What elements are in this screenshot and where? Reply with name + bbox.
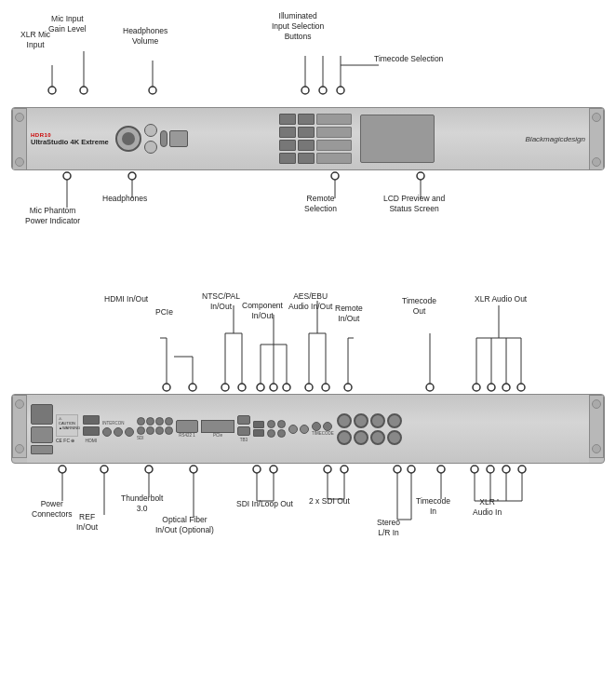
xlr-back-4	[387, 413, 402, 428]
front-top-annotations: XLR Mic Input Mic Input Gain Level Headp…	[11, 9, 605, 107]
btn-r1c1[interactable]	[279, 114, 296, 125]
db9-label: RS422 1	[176, 433, 198, 438]
brand-area: HDR10 UltraStudio 4K Extreme	[31, 132, 109, 146]
rack-ear-left	[12, 108, 27, 170]
sdi-row	[137, 417, 173, 426]
intercon-label: INTERCON	[102, 421, 134, 426]
svg-point-41	[305, 384, 313, 391]
rack-hole-br	[592, 157, 601, 167]
button-grid	[279, 114, 352, 164]
svg-point-13	[63, 172, 71, 180]
sdi-loop-label: SDI In/Loop Out	[236, 499, 293, 509]
sdi-6	[146, 426, 154, 435]
svg-point-85	[437, 466, 445, 473]
svg-point-91	[502, 466, 510, 473]
aes-area	[267, 420, 286, 438]
aes-3	[267, 429, 275, 438]
btn-wide-4[interactable]	[316, 153, 352, 164]
btn-r2c2[interactable]	[298, 127, 315, 138]
power-conn-1	[31, 404, 53, 425]
btn-r2c1[interactable]	[279, 127, 296, 138]
illuminated-label: Illuminated Input Selection Buttons	[272, 11, 324, 42]
front-bottom-svg	[11, 170, 605, 259]
bnc-3	[125, 427, 134, 437]
xlr-inner	[122, 132, 135, 145]
svg-point-87	[471, 466, 478, 473]
rack-hole-bl	[15, 157, 24, 167]
front-panel-device: HDR10 UltraStudio 4K Extreme	[11, 107, 605, 170]
fiber-2	[253, 429, 264, 437]
component-label: ComponentIn/Out	[242, 301, 283, 321]
stereo-r	[300, 425, 309, 434]
back-rack-ear-right	[589, 395, 604, 458]
svg-point-82	[408, 466, 415, 473]
headphones-vol-label: Headphones Volume	[123, 26, 167, 47]
sdi-7	[155, 426, 164, 435]
pcie-back-label: PCIe	[201, 433, 234, 438]
knob-2	[144, 141, 157, 154]
tb-2	[237, 426, 250, 436]
bnc-1	[102, 427, 112, 437]
remote-inout-label: RemoteIn/Out	[335, 304, 363, 324]
lcd-preview-label: LCD Preview and Status Screen	[383, 194, 445, 214]
power-section	[31, 404, 53, 454]
svg-point-70	[253, 466, 261, 473]
back-bottom-svg	[11, 464, 605, 557]
xlr-back-8	[387, 430, 402, 445]
warning-label: ⚠ CAUTION▲WARNING	[56, 414, 78, 437]
hdmi-label-back: HDMI	[83, 438, 100, 443]
front-panel-strip: HDR10 UltraStudio 4K Extreme	[27, 108, 589, 169]
svg-point-1	[48, 87, 56, 94]
svg-point-72	[270, 466, 277, 473]
tc-1	[312, 422, 321, 431]
svg-point-43	[322, 384, 329, 391]
svg-point-54	[488, 384, 495, 391]
btn-r3c1[interactable]	[279, 140, 296, 151]
power-conn-3	[31, 445, 53, 454]
btn-wide-2[interactable]	[316, 127, 352, 138]
aes-2	[277, 420, 286, 428]
xlr-audio-out-label: XLR Audio Out	[475, 294, 527, 304]
back-top-annotations: HDMI In/Out PCIe NTSC/PALIn/Out Componen…	[11, 287, 605, 394]
model-name: UltraStudio 4K Extreme	[31, 138, 109, 146]
btn-r3c2[interactable]	[298, 140, 315, 151]
mic-phantom-label: Mic Phantom Power Indicator	[25, 206, 80, 226]
remote-selection-label: Remote Selection	[304, 194, 337, 214]
back-hole-br	[592, 444, 601, 453]
stereo-lr-label: StereoL/R In	[377, 518, 400, 538]
hp-jack	[160, 130, 167, 147]
svg-point-5	[149, 87, 156, 94]
db9-conn	[176, 420, 198, 433]
bnc-row-1	[102, 427, 134, 437]
svg-point-68	[190, 466, 197, 473]
hdmi-2	[83, 426, 100, 436]
sdi-1	[137, 417, 145, 426]
tb-1	[237, 415, 250, 425]
xlr-back-5	[337, 430, 352, 445]
fiber-area	[253, 421, 264, 437]
svg-point-9	[319, 87, 327, 94]
db9-area: RS422 1	[176, 420, 198, 438]
power-conn-2	[31, 426, 53, 443]
back-hole-tr	[592, 399, 601, 409]
timecode-sel-label: Timecode Selection	[374, 54, 443, 64]
btn-r4c2[interactable]	[298, 153, 315, 164]
svg-point-77	[341, 466, 348, 473]
svg-point-50	[426, 384, 434, 391]
xlr-circle	[115, 126, 141, 152]
sdi-area: SDI	[137, 417, 173, 440]
svg-point-80	[394, 466, 401, 473]
hdmi-1	[83, 415, 100, 425]
pcie-label: PCIe	[155, 307, 173, 317]
ref-inout-label: REFIn/Out	[76, 512, 98, 533]
btn-wide-1[interactable]	[316, 114, 352, 125]
xlr-back-7	[370, 430, 385, 445]
xlr-front-conn	[115, 126, 141, 152]
btn-r4c1[interactable]	[279, 153, 296, 164]
front-bottom-annotations: Headphones Remote Selection LCD Preview …	[11, 170, 605, 259]
svg-point-11	[337, 87, 344, 94]
btn-wide-3[interactable]	[316, 140, 352, 151]
btn-r1c2[interactable]	[298, 114, 315, 125]
ntsc-pal-label: NTSC/PALIn/Out	[202, 291, 240, 312]
ce-mark: CE FC ⊕	[56, 438, 80, 443]
